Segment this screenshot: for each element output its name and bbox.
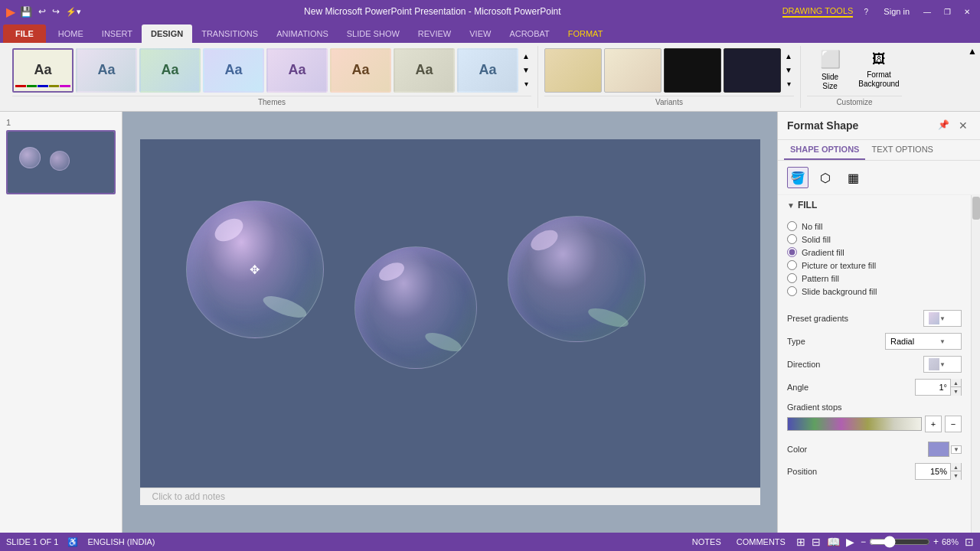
slide-size-button[interactable]: ⬜ SlideSize	[807, 47, 853, 93]
scrollbar-thumb[interactable]	[972, 197, 980, 220]
color-arrow[interactable]: ▼	[951, 445, 962, 454]
panel-tab-bar: SHAPE OPTIONS TEXT OPTIONS	[778, 140, 980, 161]
zoom-slider-input[interactable]	[869, 536, 930, 548]
theme-4[interactable]: Aa	[203, 48, 264, 93]
zoom-plus-btn[interactable]: +	[933, 536, 939, 547]
reading-view-btn[interactable]: 📖	[827, 536, 840, 548]
scroll-up[interactable]: ▲	[521, 50, 531, 64]
close-btn[interactable]: ✕	[960, 5, 974, 18]
angle-spinner[interactable]: ▲ ▼	[915, 379, 962, 396]
minimize-btn[interactable]: —	[920, 5, 934, 18]
angle-input[interactable]	[916, 383, 950, 392]
bubble-3-highlight	[528, 226, 561, 254]
variant-1[interactable]	[544, 48, 602, 93]
tab-file[interactable]: FILE	[3, 24, 46, 43]
variant-scroll-down[interactable]: ▼	[783, 64, 794, 77]
position-up-btn[interactable]: ▲	[950, 463, 961, 471]
slide-bg-fill-option[interactable]: Slide background fill	[787, 285, 962, 298]
direction-dropdown[interactable]: ▼	[923, 356, 962, 373]
tab-view[interactable]: VIEW	[460, 24, 500, 43]
angle-down-btn[interactable]: ▼	[950, 387, 961, 396]
tab-design[interactable]: DESIGN	[142, 24, 192, 43]
scroll-more[interactable]: ▾	[521, 77, 531, 91]
tab-home[interactable]: HOME	[49, 24, 93, 43]
position-input[interactable]	[916, 467, 950, 476]
layout-icon-btn[interactable]: ▦	[842, 167, 864, 188]
canvas-area[interactable]: ✥ Click to add notes	[122, 112, 777, 533]
variant-2[interactable]	[604, 48, 662, 93]
accessibility-icon[interactable]: ♿	[67, 537, 78, 547]
slide-thumbnail-1[interactable]	[6, 130, 116, 194]
tab-shape-options[interactable]: SHAPE OPTIONS	[784, 140, 865, 160]
theme-5[interactable]: Aa	[266, 48, 328, 93]
format-background-button[interactable]: 🖼 FormatBackground	[856, 47, 902, 93]
pin-button[interactable]: 📌	[935, 118, 952, 133]
tab-transitions[interactable]: TRANSITIONS	[192, 24, 267, 43]
normal-view-btn[interactable]: ⊞	[796, 536, 805, 548]
add-stop-btn[interactable]: +	[925, 416, 942, 432]
solid-fill-option[interactable]: Solid fill	[787, 233, 962, 246]
comments-btn[interactable]: COMMENTS	[732, 536, 790, 547]
slide-sorter-btn[interactable]: ⊟	[812, 536, 821, 548]
position-down-btn[interactable]: ▼	[950, 471, 961, 480]
fill-section-header[interactable]: ▼ FILL	[778, 195, 971, 215]
variant-scroll-up[interactable]: ▲	[783, 50, 794, 64]
fit-to-window-btn[interactable]: ⊡	[965, 536, 974, 548]
close-panel-button[interactable]: ✕	[956, 118, 971, 133]
variant-3[interactable]	[664, 48, 721, 93]
pattern-fill-option[interactable]: Pattern fill	[787, 272, 962, 285]
maximize-btn[interactable]: ❐	[940, 5, 954, 18]
theme-8[interactable]: Aa	[457, 48, 518, 93]
bubble-1[interactable]: ✥	[186, 201, 324, 338]
language-indicator[interactable]: ENGLISH (INDIA)	[87, 537, 155, 546]
tab-animations[interactable]: ANIMATIONS	[267, 24, 338, 43]
no-fill-option[interactable]: No fill	[787, 220, 962, 233]
scroll-down[interactable]: ▼	[521, 64, 531, 77]
type-dropdown[interactable]: Radial ▼	[885, 333, 962, 350]
zoom-level-label[interactable]: 68%	[942, 537, 959, 546]
angle-up-btn[interactable]: ▲	[950, 379, 961, 387]
themes-scroll[interactable]: ▲ ▼ ▾	[521, 48, 531, 93]
customize-btn[interactable]: ⚡▾	[64, 7, 83, 17]
theme-2[interactable]: Aa	[76, 48, 137, 93]
variants-scroll[interactable]: ▲ ▼ ▾	[783, 48, 794, 93]
panel-scrollbar[interactable]	[971, 195, 980, 533]
slide-canvas[interactable]: ✥	[140, 139, 760, 487]
tab-slideshow[interactable]: SLIDE SHOW	[338, 24, 409, 43]
notes-btn[interactable]: NOTES	[688, 536, 726, 547]
theme-7[interactable]: Aa	[394, 48, 455, 93]
bubble-3[interactable]	[508, 216, 645, 342]
tab-acrobat[interactable]: ACROBAT	[500, 24, 558, 43]
effects-icon-btn[interactable]: ⬡	[815, 167, 836, 188]
picture-fill-option[interactable]: Picture or texture fill	[787, 259, 962, 272]
bubble-2[interactable]	[354, 246, 477, 369]
help-btn[interactable]: ?	[859, 5, 873, 18]
quick-save-btn[interactable]: 💾	[18, 6, 34, 18]
position-spinner[interactable]: ▲ ▼	[915, 463, 962, 480]
gradient-fill-option[interactable]: Gradient fill	[787, 246, 962, 259]
variant-4[interactable]	[724, 48, 781, 93]
signin-btn[interactable]: Sign in	[879, 5, 914, 18]
direction-label: Direction	[787, 360, 848, 369]
gradient-bar[interactable]	[787, 417, 922, 431]
fill-line-icon-btn[interactable]: 🪣	[787, 167, 808, 188]
tab-insert[interactable]: INSERT	[93, 24, 142, 43]
preset-gradients-dropdown[interactable]: ▼	[923, 310, 962, 327]
bubble-3-lowlight	[586, 305, 630, 331]
undo-btn[interactable]: ↩	[37, 6, 47, 17]
tab-review[interactable]: REVIEW	[409, 24, 460, 43]
variant-scroll-more[interactable]: ▾	[783, 77, 794, 91]
remove-stop-btn[interactable]: −	[945, 416, 962, 432]
tab-format[interactable]: FORMAT	[559, 24, 612, 43]
redo-btn[interactable]: ↪	[51, 6, 61, 17]
slide-show-btn[interactable]: ▶	[846, 536, 854, 548]
theme-3[interactable]: Aa	[139, 48, 201, 93]
theme-6[interactable]: Aa	[330, 48, 391, 93]
theme-1[interactable]: Aa	[12, 48, 74, 93]
dt-label: DRAWING TOOLS	[782, 6, 854, 18]
ribbon-collapse-btn[interactable]: ▲	[965, 43, 980, 60]
tab-text-options[interactable]: TEXT OPTIONS	[865, 140, 939, 160]
notes-bar[interactable]: Click to add notes	[140, 487, 760, 505]
color-swatch[interactable]	[928, 442, 949, 457]
zoom-minus-btn[interactable]: −	[861, 536, 866, 547]
